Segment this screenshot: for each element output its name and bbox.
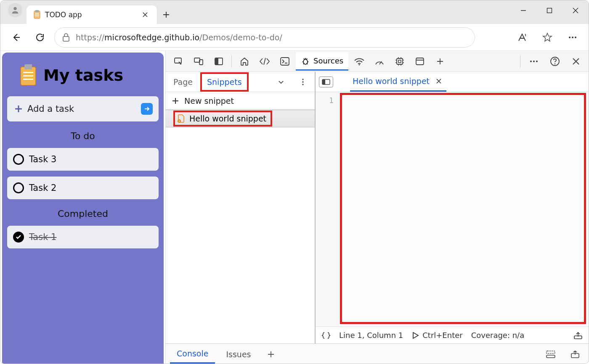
task-item[interactable]: Task 3 <box>7 148 159 171</box>
plus-icon <box>436 58 444 65</box>
maximize-button[interactable] <box>536 0 562 21</box>
console-icon <box>280 57 290 66</box>
drawer-tab-console[interactable]: Console <box>170 345 215 364</box>
tab-console[interactable] <box>276 52 294 71</box>
editor-tab-close[interactable] <box>434 76 444 86</box>
settings-menu-button[interactable] <box>563 28 582 47</box>
star-icon <box>542 32 552 42</box>
braces-icon <box>321 332 331 339</box>
tab-welcome[interactable] <box>235 52 254 71</box>
refresh-button[interactable] <box>31 28 49 47</box>
ellipsis-icon <box>529 57 539 66</box>
help-icon <box>550 56 560 66</box>
dock-button[interactable] <box>210 52 228 71</box>
profile-avatar[interactable] <box>8 3 22 17</box>
pretty-print-button[interactable] <box>321 332 331 339</box>
window-close-button[interactable] <box>562 0 589 21</box>
arrow-left-icon <box>11 32 21 42</box>
svg-rect-4 <box>35 14 39 15</box>
tab-memory[interactable] <box>390 52 409 71</box>
upload-button[interactable] <box>573 332 583 339</box>
svg-point-31 <box>555 63 555 64</box>
tab-title: TODO app <box>45 11 135 19</box>
browser-tab[interactable]: TODO app <box>27 5 157 24</box>
window-controls <box>510 0 589 21</box>
address-bar[interactable]: https://microsoftedge.github.io/Demos/de… <box>54 27 475 47</box>
unchecked-icon[interactable] <box>13 154 24 165</box>
back-button[interactable] <box>7 28 26 47</box>
more-tabs-button[interactable] <box>431 52 449 71</box>
svg-rect-40 <box>547 355 555 358</box>
tab-application[interactable] <box>411 52 429 71</box>
svg-point-33 <box>302 81 304 83</box>
home-icon <box>239 56 249 66</box>
drawer-expand-button[interactable] <box>566 345 584 364</box>
svg-rect-39 <box>547 351 555 353</box>
app-icon <box>415 57 425 66</box>
favorite-button[interactable] <box>538 28 557 47</box>
new-snippet-button[interactable]: New snippet <box>166 92 315 110</box>
toggle-navigator-button[interactable] <box>319 76 333 87</box>
svg-point-32 <box>302 79 304 80</box>
app-header: My tasks <box>7 58 159 90</box>
editor-tabstrip: Hello world snippet <box>316 72 589 92</box>
play-icon <box>411 332 419 339</box>
clipboard-icon <box>19 64 37 86</box>
chip-icon <box>395 56 405 66</box>
svg-rect-14 <box>23 75 33 76</box>
svg-rect-25 <box>398 60 401 63</box>
checked-icon[interactable] <box>13 232 24 243</box>
plus-icon <box>14 104 23 113</box>
editor-tab[interactable]: Hello world snippet <box>350 72 446 92</box>
unchecked-icon[interactable] <box>13 182 24 193</box>
read-aloud-button[interactable] <box>513 28 531 47</box>
device-emulation-button[interactable] <box>189 52 208 71</box>
tab-sources[interactable]: Sources <box>296 52 348 71</box>
devtools-drawer: Console Issues <box>166 343 589 364</box>
navigator-menu[interactable] <box>294 73 312 91</box>
clipboard-icon <box>33 10 41 19</box>
minimize-button[interactable] <box>510 0 536 21</box>
svg-point-23 <box>359 64 360 65</box>
devtools-toolbar: Sources <box>166 51 589 72</box>
svg-rect-15 <box>23 79 33 80</box>
new-tab-button[interactable] <box>157 5 175 24</box>
navigator-more-tabs[interactable] <box>272 73 290 91</box>
code-editor[interactable]: 1 <box>316 92 589 327</box>
run-snippet-button[interactable]: Ctrl+Enter <box>411 331 462 340</box>
close-icon <box>436 78 442 84</box>
snippet-item-label: Hello world snippet <box>189 114 266 123</box>
tab-elements[interactable] <box>255 52 274 71</box>
navigator-tab-snippets[interactable]: Snippets <box>200 72 249 92</box>
devtools-close-button[interactable] <box>567 52 585 71</box>
drawer-add-tab[interactable] <box>262 345 280 364</box>
svg-rect-5 <box>35 16 39 16</box>
task-item[interactable]: Task 1 <box>7 226 159 248</box>
task-label: Task 2 <box>29 183 56 193</box>
devtools-more-button[interactable] <box>525 52 543 71</box>
inspect-button[interactable] <box>169 52 188 71</box>
coverage-status: Coverage: n/a <box>471 331 525 340</box>
devtools-help-button[interactable] <box>546 52 564 71</box>
wifi-icon <box>354 57 365 66</box>
plus-icon <box>267 351 275 358</box>
tab-close-button[interactable] <box>139 9 151 21</box>
tab-network[interactable] <box>350 52 369 71</box>
tab-sources-label: Sources <box>313 56 343 65</box>
devices-icon <box>194 56 204 66</box>
expand-icon <box>570 351 580 358</box>
read-aloud-icon <box>517 32 527 42</box>
drawer-tab-issues[interactable]: Issues <box>219 346 257 363</box>
tab-performance[interactable] <box>370 52 389 71</box>
submit-task-button[interactable] <box>141 103 153 115</box>
navigator-tab-page[interactable]: Page <box>168 74 198 90</box>
task-item[interactable]: Task 2 <box>7 177 159 199</box>
svg-point-0 <box>13 7 16 10</box>
task-label: Task 1 <box>29 232 56 242</box>
add-task-input[interactable]: Add a task <box>7 96 159 121</box>
svg-rect-37 <box>322 79 325 84</box>
plus-icon <box>172 97 179 105</box>
editor-statusbar: Line 1, Column 1 Ctrl+Enter Coverage: n/… <box>316 327 589 343</box>
snippet-item[interactable]: Hello world snippet <box>166 110 315 127</box>
issues-button[interactable] <box>541 345 560 364</box>
